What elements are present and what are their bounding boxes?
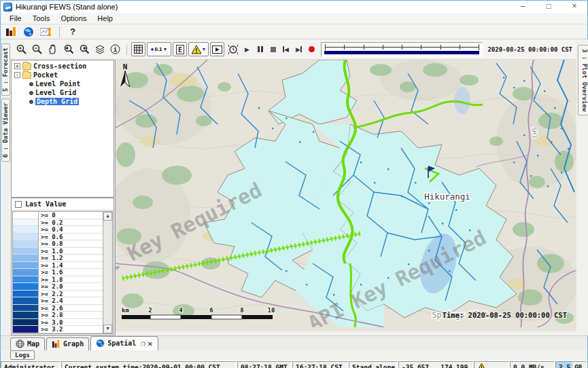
legend-row: >= 1.4 (13, 262, 103, 270)
tab-graph[interactable]: Graph (46, 337, 89, 350)
close-panel-icon[interactable]: ✕ (148, 339, 152, 348)
menu-help[interactable]: Help (92, 14, 118, 23)
tree-item-label[interactable]: Cross-section (33, 62, 86, 70)
pan-button[interactable] (46, 42, 60, 56)
tab-spatial-label: Spatial (107, 339, 136, 347)
zoom-out-icon (32, 44, 43, 55)
grid-icon (134, 45, 143, 54)
legend-row: >= 1.8 (13, 276, 103, 284)
bottom-tab-bar: Map Graph Spatial ❐ ✕ (1, 335, 587, 350)
play-button[interactable]: ▶ (241, 43, 253, 56)
pan-hand-icon (48, 44, 58, 55)
graph-display-button[interactable] (39, 25, 54, 38)
warning-dropdown-button[interactable]: ▼ (188, 42, 209, 56)
tab-forecast[interactable]: 5 : Forecast (1, 43, 10, 96)
layers-tree: + Cross-section - Pocket Level Point (11, 60, 114, 198)
svg-text:km: km (122, 307, 129, 314)
record-button[interactable] (306, 43, 317, 56)
grid-display-button[interactable] (131, 42, 145, 56)
tab-spatial[interactable]: Spatial ❐ ✕ (90, 336, 158, 350)
info-button[interactable]: i (108, 42, 122, 56)
tree-item-level-point[interactable]: Level Point (12, 79, 114, 88)
scroll-down-icon[interactable]: ▼ (103, 325, 112, 333)
color-swatch (13, 234, 39, 241)
spatial-display-button[interactable] (21, 25, 36, 38)
svg-text:i: i (114, 46, 118, 53)
tree-item-label[interactable]: Pocket (33, 71, 58, 79)
close-button[interactable]: × (561, 1, 587, 13)
legend-row: >= 1.6 (13, 269, 103, 276)
status-local-time: 16:27:18 CST (292, 361, 348, 368)
tree-item-depth-grid[interactable]: Depth Grid (12, 97, 114, 106)
last-value-checkbox[interactable] (15, 201, 22, 208)
timeseries-dialog-button[interactable] (3, 25, 18, 38)
step-forward-button[interactable]: ▶ (293, 43, 305, 56)
legend-row: >= 1.2 (13, 255, 103, 262)
menu-file[interactable]: File (5, 14, 27, 23)
record-icon (309, 46, 315, 52)
zoom-next-button[interactable] (77, 42, 91, 56)
tab-plot-overview[interactable]: 3 : Plot Overview (578, 45, 588, 115)
map-canvas[interactable]: API Key Required API Key Required Hikura… (116, 60, 576, 327)
pause-icon (258, 46, 263, 52)
stop-button[interactable] (267, 43, 279, 56)
expand-toggle-icon[interactable]: + (14, 63, 20, 69)
status-memory: 2.5 GB (555, 361, 587, 368)
pause-button[interactable] (254, 43, 266, 56)
bar-chart-icon (5, 26, 16, 37)
tree-item-label[interactable]: Level Point (35, 80, 80, 88)
svg-text:4: 4 (179, 307, 183, 314)
color-swatch (13, 269, 39, 276)
menu-options[interactable]: Options (56, 14, 91, 23)
status-network-speed: 0.0 MB/s (510, 361, 555, 368)
tree-item-level-grid[interactable]: Level Grid (12, 88, 114, 97)
color-swatch (13, 276, 39, 284)
tab-map[interactable]: Map (10, 337, 45, 350)
left-panel: + Cross-section - Pocket Level Point (10, 60, 115, 335)
folder-icon (22, 72, 31, 79)
labels-toggle-button[interactable]: E (173, 42, 187, 56)
layer-dot-icon (29, 82, 33, 86)
svg-text:E: E (177, 46, 181, 54)
animation-dialog-button[interactable] (210, 42, 224, 56)
map-viewport[interactable]: API Key Required API Key Required Hikura… (115, 60, 576, 335)
minimize-button[interactable]: – (510, 1, 536, 13)
tree-item-pocket[interactable]: - Pocket (12, 71, 114, 79)
movie-play-icon (212, 45, 222, 54)
skip-forward-icon: ▶ (296, 46, 302, 53)
zoom-out-button[interactable] (30, 42, 44, 56)
svg-text:8: 8 (240, 307, 243, 314)
layers-button[interactable] (92, 42, 107, 56)
zoom-previous-button[interactable] (61, 42, 75, 56)
help-button[interactable]: ? (65, 25, 80, 38)
zoom-in-button[interactable] (14, 42, 29, 56)
timeline-datetime: 2020-08-25 00:00:00 CST (486, 46, 574, 53)
globe-icon (96, 339, 105, 348)
legend-scrollbar[interactable]: ▲ ▼ (103, 212, 112, 333)
tree-item-label[interactable]: Level Grid (35, 89, 76, 96)
contour-interval-dropdown[interactable]: ● 0.1 ▼ (147, 42, 171, 56)
tree-item-cross-section[interactable]: + Cross-section (12, 62, 114, 71)
svg-text:N: N (123, 62, 128, 71)
svg-text:6: 6 (209, 307, 213, 314)
step-back-button[interactable]: ◀ (280, 43, 292, 56)
collapse-toggle-icon[interactable]: - (14, 72, 20, 78)
menu-tools[interactable]: Tools (28, 14, 55, 23)
color-swatch (13, 305, 39, 312)
status-warning[interactable] (474, 361, 509, 368)
scroll-up-icon[interactable]: ▲ (103, 212, 112, 221)
map-time-label: Time: 2020-08-25 00:00:00 CST (443, 311, 567, 319)
timeline-slider[interactable] (321, 42, 483, 57)
time-step-button[interactable] (226, 42, 240, 56)
restore-panel-icon[interactable]: ❐ (141, 339, 145, 347)
title-bar: Hikurangi FEWS (Stand alone) – □ × (1, 1, 587, 13)
chevron-down-icon: ▼ (163, 47, 168, 52)
folder-icon (22, 63, 31, 70)
legend-row: >= 2.8 (13, 312, 103, 319)
maximize-button[interactable]: □ (536, 1, 561, 13)
tree-item-label-selected[interactable]: Depth Grid (35, 98, 79, 105)
layers-icon (94, 45, 105, 54)
logs-button[interactable]: Logs (10, 350, 35, 360)
color-swatch (13, 219, 39, 227)
tab-data-viewer[interactable]: 6 : Data Viewer (1, 98, 10, 162)
